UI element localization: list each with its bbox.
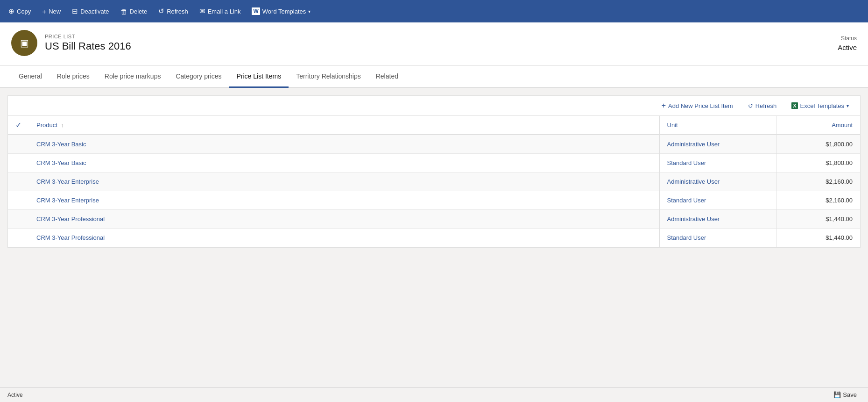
tab-price-list-items[interactable]: Price List Items bbox=[229, 66, 289, 88]
amount-column-header[interactable]: Amount bbox=[776, 116, 860, 135]
product-column-header[interactable]: Product ↑ bbox=[29, 116, 659, 135]
deactivate-icon: ⊟ bbox=[72, 7, 78, 15]
tabs-container: General Role prices Role price markups C… bbox=[0, 66, 868, 88]
row-product-cell[interactable]: CRM 3-Year Professional bbox=[29, 229, 659, 247]
record-type: PRICE LIST bbox=[45, 34, 131, 39]
word-dropdown-icon: ▾ bbox=[308, 9, 311, 14]
refresh-button[interactable]: ↺ Refresh bbox=[154, 4, 193, 18]
record-info: PRICE LIST US Bill Rates 2016 bbox=[45, 34, 131, 52]
status-label: Status bbox=[838, 35, 857, 42]
table-header-row: ✓ Product ↑ Unit Amount bbox=[8, 116, 860, 135]
row-product-cell[interactable]: CRM 3-Year Basic bbox=[29, 135, 659, 154]
delete-button[interactable]: 🗑 Delete bbox=[116, 5, 152, 18]
row-unit-cell: Administrative User bbox=[659, 172, 776, 191]
new-button[interactable]: + New bbox=[37, 5, 65, 18]
price-list-items-table: ✓ Product ↑ Unit Amount CRM 3-Year Basic… bbox=[8, 116, 860, 247]
row-unit-cell: Standard User bbox=[659, 191, 776, 210]
record-identity: ▣ PRICE LIST US Bill Rates 2016 bbox=[11, 30, 131, 56]
tab-related[interactable]: Related bbox=[368, 66, 406, 88]
check-column-header: ✓ bbox=[8, 116, 29, 135]
check-all-icon[interactable]: ✓ bbox=[15, 121, 21, 129]
email-icon: ✉ bbox=[199, 7, 205, 15]
tabs: General Role prices Role price markups C… bbox=[11, 66, 857, 87]
new-icon: + bbox=[42, 7, 46, 15]
row-amount-cell: $2,160.00 bbox=[776, 191, 860, 210]
table-row[interactable]: CRM 3-Year ProfessionalAdministrative Us… bbox=[8, 210, 860, 229]
row-check-cell[interactable] bbox=[8, 154, 29, 172]
avatar: ▣ bbox=[11, 30, 37, 56]
add-new-price-list-item-button[interactable]: + Add New Price List Item bbox=[658, 100, 737, 112]
row-product-cell[interactable]: CRM 3-Year Enterprise bbox=[29, 172, 659, 191]
toolbar: ⊕ Copy + New ⊟ Deactivate 🗑 Delete ↺ Ref… bbox=[0, 0, 868, 22]
row-unit-cell: Standard User bbox=[659, 154, 776, 172]
row-unit-cell: Administrative User bbox=[659, 210, 776, 229]
tab-territory-relationships[interactable]: Territory Relationships bbox=[289, 66, 368, 88]
table-row[interactable]: CRM 3-Year EnterpriseAdministrative User… bbox=[8, 172, 860, 191]
sub-refresh-button[interactable]: ↺ Refresh bbox=[744, 100, 781, 111]
row-unit-cell: Administrative User bbox=[659, 135, 776, 154]
word-icon: W bbox=[252, 7, 260, 15]
record-status: Status Active bbox=[838, 35, 857, 51]
row-amount-cell: $1,800.00 bbox=[776, 154, 860, 172]
row-product-cell[interactable]: CRM 3-Year Basic bbox=[29, 154, 659, 172]
sub-refresh-icon: ↺ bbox=[748, 102, 753, 109]
row-unit-cell: Standard User bbox=[659, 229, 776, 247]
record-title: US Bill Rates 2016 bbox=[45, 40, 131, 52]
row-amount-cell: $1,800.00 bbox=[776, 135, 860, 154]
excel-dropdown-icon: ▾ bbox=[847, 103, 849, 108]
row-check-cell[interactable] bbox=[8, 191, 29, 210]
row-amount-cell: $1,440.00 bbox=[776, 210, 860, 229]
copy-icon: ⊕ bbox=[8, 7, 14, 15]
tab-category-prices[interactable]: Category prices bbox=[168, 66, 229, 88]
tab-role-price-markups[interactable]: Role price markups bbox=[97, 66, 169, 88]
table-row[interactable]: CRM 3-Year EnterpriseStandard User$2,160… bbox=[8, 191, 860, 210]
refresh-icon: ↺ bbox=[158, 7, 164, 15]
row-check-cell[interactable] bbox=[8, 172, 29, 191]
copy-button[interactable]: ⊕ Copy bbox=[4, 4, 35, 18]
row-amount-cell: $2,160.00 bbox=[776, 172, 860, 191]
record-header: ▣ PRICE LIST US Bill Rates 2016 Status A… bbox=[0, 22, 868, 66]
row-check-cell[interactable] bbox=[8, 210, 29, 229]
row-product-cell[interactable]: CRM 3-Year Professional bbox=[29, 210, 659, 229]
excel-templates-button[interactable]: X Excel Templates ▾ bbox=[788, 100, 853, 111]
email-link-button[interactable]: ✉ Email a Link bbox=[195, 4, 246, 18]
table-row[interactable]: CRM 3-Year ProfessionalStandard User$1,4… bbox=[8, 229, 860, 247]
tab-role-prices[interactable]: Role prices bbox=[49, 66, 97, 88]
delete-icon: 🗑 bbox=[120, 7, 127, 15]
row-check-cell[interactable] bbox=[8, 135, 29, 154]
add-icon: + bbox=[662, 101, 666, 110]
unit-column-header[interactable]: Unit bbox=[659, 116, 776, 135]
row-amount-cell: $1,440.00 bbox=[776, 229, 860, 247]
tab-general[interactable]: General bbox=[11, 66, 49, 88]
table-row[interactable]: CRM 3-Year BasicAdministrative User$1,80… bbox=[8, 135, 860, 154]
sub-toolbar: + Add New Price List Item ↺ Refresh X Ex… bbox=[8, 96, 860, 116]
content-area: + Add New Price List Item ↺ Refresh X Ex… bbox=[7, 95, 861, 248]
row-product-cell[interactable]: CRM 3-Year Enterprise bbox=[29, 191, 659, 210]
status-value: Active bbox=[838, 43, 857, 51]
deactivate-button[interactable]: ⊟ Deactivate bbox=[67, 4, 113, 18]
table-row[interactable]: CRM 3-Year BasicStandard User$1,800.00 bbox=[8, 154, 860, 172]
word-templates-button[interactable]: W Word Templates ▾ bbox=[247, 5, 315, 18]
row-check-cell[interactable] bbox=[8, 229, 29, 247]
product-sort-icon: ↑ bbox=[61, 122, 64, 128]
excel-icon: X bbox=[791, 102, 797, 109]
